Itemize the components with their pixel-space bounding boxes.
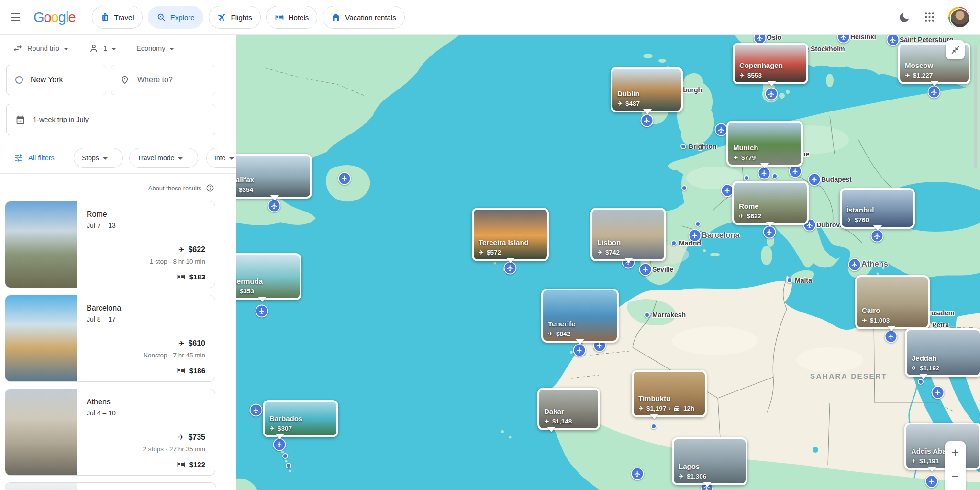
- map-marker-jeddah[interactable]: Jeddah✈$1,192: [905, 328, 980, 377]
- plane-icon: [840, 34, 847, 41]
- plane-icon: ✈: [739, 212, 744, 220]
- filter-pill-label: Travel mode: [137, 154, 174, 162]
- marker-price-value: $354: [239, 186, 253, 193]
- map-scrollbar[interactable]: [974, 45, 977, 168]
- map-marker-bermuda[interactable]: Bermuda✈$353: [236, 253, 301, 300]
- marker-photo: Dublin✈$487: [611, 67, 683, 112]
- map-marker-rome[interactable]: Rome✈$622: [732, 181, 809, 225]
- trip-type-select[interactable]: Round trip: [12, 43, 68, 54]
- map-marker-copenhagen[interactable]: Copenhagen✈$553: [733, 43, 808, 84]
- hotel-bed-icon: [177, 366, 186, 375]
- marker-photo: İstanbul✈$760: [840, 188, 915, 229]
- map-marker-dublin[interactable]: Dublin✈$487: [611, 67, 683, 112]
- marker-photo: Lagos✈$1,306: [672, 437, 747, 485]
- marker-price: ✈$1,148: [544, 418, 572, 425]
- zoom-out-button[interactable]: −: [945, 465, 966, 489]
- map-label-helsinki: Helsinki: [850, 34, 876, 41]
- nav-pills: TravelExploreFlightsHotelsVacation renta…: [92, 6, 405, 29]
- filter-pill-stops[interactable]: Stops: [74, 148, 123, 168]
- map-dot: [772, 173, 778, 179]
- map-pin-barcelona[interactable]: [689, 229, 702, 242]
- dates-input[interactable]: 1-week trip in July: [6, 104, 215, 135]
- google-flights-explore-page: Google TravelExploreFlightsHotelsVacatio…: [0, 0, 980, 490]
- map-marker-terceira-island[interactable]: Terceira Island✈$572: [472, 208, 549, 261]
- map-label-budapest: Budapest: [821, 176, 852, 183]
- map-pin-amsterdam[interactable]: [715, 123, 728, 136]
- collapse-map-button[interactable]: [946, 40, 965, 59]
- marker-city: Jeddah: [912, 354, 937, 362]
- filter-pill-travel-mode[interactable]: Travel mode: [129, 148, 198, 168]
- google-logo[interactable]: Google: [33, 10, 76, 25]
- result-city: Rome: [87, 210, 107, 219]
- explore-icon: [156, 12, 166, 22]
- map-marker-timbuktu[interactable]: Timbuktu✈$1,197›12h: [632, 370, 707, 417]
- marker-photo: Rome✈$622: [732, 181, 809, 225]
- origin-input[interactable]: New York: [6, 65, 106, 95]
- map-pin-athens[interactable]: [848, 258, 861, 271]
- result-card-barcelona[interactable]: BarcelonaJul 8 – 17✈$610Nonstop · 7 hr 4…: [5, 295, 215, 382]
- marker-price: ✈$572: [479, 249, 501, 256]
- map-marker-addis-ababa[interactable]: Addis Ababa✈$1,191: [904, 423, 980, 470]
- hotel-bed-icon: [177, 460, 186, 469]
- marker-price: ✈$307: [269, 425, 292, 432]
- result-hotel-price: $183: [177, 272, 205, 281]
- zoom-in-button[interactable]: +: [945, 441, 966, 465]
- plane-icon: ✈: [912, 365, 917, 372]
- map-pin-seville[interactable]: [639, 263, 652, 276]
- google-logo-letter: o: [44, 10, 51, 25]
- nav-pill-travel[interactable]: Travel: [92, 6, 143, 29]
- map-marker-lagos[interactable]: Lagos✈$1,306: [672, 437, 747, 485]
- map-marker-i-stanbul[interactable]: İstanbul✈$760: [840, 188, 915, 229]
- map-marker-halifax[interactable]: Halifax✈$354: [236, 154, 312, 199]
- map-marker-dakar[interactable]: Dakar✈$1,148: [537, 388, 600, 430]
- marker-photo: Addis Ababa✈$1,191: [904, 423, 980, 470]
- map-marker-tenerife[interactable]: Tenerife✈$842: [541, 289, 619, 343]
- plane-icon: ✈: [911, 457, 916, 465]
- menu-button[interactable]: [4, 6, 27, 29]
- google-apps-button[interactable]: [924, 11, 936, 23]
- map-pin-jeddah[interactable]: [932, 386, 945, 399]
- marker-price: ✈$1,003: [862, 317, 890, 324]
- passengers-select[interactable]: 1: [89, 43, 116, 54]
- profile-avatar[interactable]: [948, 7, 969, 28]
- map-marker-munich[interactable]: Munich✈$779: [726, 121, 803, 167]
- result-card-athens[interactable]: AthensJul 4 – 10✈$7352 stops · 27 hr 35 …: [5, 389, 215, 476]
- map-pin-antilles-west[interactable]: [250, 404, 263, 417]
- result-city: Barcelona: [87, 304, 121, 312]
- map-marker-barbados[interactable]: Barbados✈$307: [263, 400, 338, 437]
- map[interactable]: SAHARA DESERTMIDDLEOsloHelsinkiSaint Pet…: [236, 34, 980, 490]
- destination-input[interactable]: Where to?: [111, 65, 215, 95]
- filter-pill-inte[interactable]: Inte: [206, 148, 236, 168]
- result-card-rome[interactable]: RomeJul 7 – 13✈$6221 stop · 8 hr 10 min$…: [5, 201, 215, 288]
- cabin-class-select[interactable]: Economy: [136, 45, 174, 52]
- nav-pill-hotels[interactable]: Hotels: [266, 6, 318, 29]
- map-pin-st-johns[interactable]: [338, 172, 351, 185]
- map-pin-addis-ababa[interactable]: [925, 475, 938, 488]
- info-icon[interactable]: [206, 184, 214, 192]
- map-pin-budapest[interactable]: [808, 173, 821, 186]
- map-marker-lisbon[interactable]: Lisbon✈$742: [590, 208, 666, 261]
- nav-pill-flights[interactable]: Flights: [209, 6, 261, 29]
- nav-pill-explore[interactable]: Explore: [148, 6, 203, 29]
- marker-photo: Halifax✈$354: [236, 154, 312, 199]
- marker-city: Barbados: [269, 414, 302, 423]
- plane-icon: ✈: [178, 339, 185, 348]
- map-marker-cairo[interactable]: Cairo✈$1,003: [855, 275, 930, 329]
- plane-icon: ✈: [739, 72, 745, 79]
- hotel-price-value: $122: [189, 460, 205, 468]
- marker-price-value: $1,148: [552, 418, 572, 425]
- plane-icon: ✈: [269, 425, 275, 432]
- all-filters-button[interactable]: All filters: [11, 153, 57, 163]
- map-pin-west-africa[interactable]: [631, 468, 644, 480]
- results-list: RomeJul 7 – 13✈$6221 stop · 8 hr 10 min$…: [5, 201, 215, 482]
- result-card-partial[interactable]: [5, 482, 216, 490]
- marker-pointer: [703, 482, 712, 490]
- marker-price: ✈$622: [739, 212, 761, 220]
- marker-city: Bermuda: [236, 277, 263, 285]
- region-label-sahara-desert: SAHARA DESERT: [810, 372, 887, 380]
- map-pin-vienna[interactable]: [789, 165, 802, 178]
- nav-pill-vacation-rentals[interactable]: Vacation rentals: [323, 6, 404, 29]
- map-pin-bermuda[interactable]: [256, 305, 268, 318]
- dark-mode-toggle[interactable]: [899, 11, 911, 23]
- plane-icon: ✈: [733, 154, 738, 161]
